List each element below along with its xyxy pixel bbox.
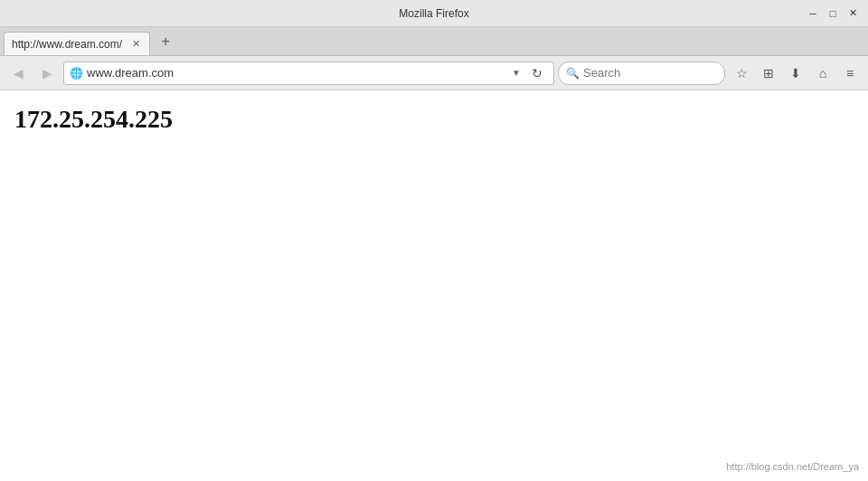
search-input[interactable] bbox=[583, 66, 701, 80]
forward-button[interactable]: ▶ bbox=[34, 61, 60, 86]
nav-bar: ◀ ▶ 🌐 ▼ ↻ 🔍 ☆ ⊞ ⬇ ⌂ ≡ bbox=[0, 56, 868, 90]
address-input[interactable] bbox=[87, 66, 506, 80]
close-button[interactable]: ✕ bbox=[844, 5, 861, 22]
new-tab-button[interactable]: + bbox=[156, 32, 175, 52]
globe-icon: 🌐 bbox=[70, 67, 83, 80]
menu-button[interactable]: ≡ bbox=[837, 61, 863, 86]
watermark: http://blog.csdn.net/Dream_ya bbox=[726, 461, 859, 472]
tab-label: http://www.dream.com/ bbox=[12, 38, 122, 51]
page-content: 172.25.254.225 http://blog.csdn.net/Drea… bbox=[0, 90, 868, 481]
ip-address-text: 172.25.254.225 bbox=[14, 105, 854, 134]
minimize-button[interactable]: ─ bbox=[805, 5, 821, 22]
window-controls: ─ □ ✕ bbox=[805, 5, 861, 22]
nav-right-buttons: ☆ ⊞ ⬇ ⌂ ≡ bbox=[729, 61, 863, 86]
tab-close-button[interactable]: ✕ bbox=[129, 38, 142, 51]
bookmarks-icon: ⊞ bbox=[763, 66, 774, 80]
address-dropdown-button[interactable]: ▼ bbox=[510, 68, 523, 78]
address-bar: 🌐 ▼ ↻ bbox=[63, 61, 554, 85]
bookmark-icon: ☆ bbox=[736, 66, 748, 80]
home-button[interactable]: ⌂ bbox=[810, 61, 835, 86]
forward-icon: ▶ bbox=[42, 66, 52, 80]
tab-bar: http://www.dream.com/ ✕ + bbox=[0, 27, 868, 56]
window-title: Mozilla Firefox bbox=[399, 7, 468, 20]
active-tab[interactable]: http://www.dream.com/ ✕ bbox=[4, 32, 150, 55]
menu-icon: ≡ bbox=[846, 66, 854, 80]
search-bar: 🔍 bbox=[558, 61, 725, 85]
bookmarks-toolbar-button[interactable]: ⊞ bbox=[756, 61, 781, 86]
reload-icon: ↻ bbox=[532, 66, 542, 80]
maximize-button[interactable]: □ bbox=[825, 5, 841, 22]
reload-button[interactable]: ↻ bbox=[526, 62, 548, 84]
back-button[interactable]: ◀ bbox=[5, 61, 31, 86]
home-icon: ⌂ bbox=[819, 66, 826, 80]
download-button[interactable]: ⬇ bbox=[783, 61, 808, 86]
search-icon: 🔍 bbox=[566, 67, 580, 80]
back-icon: ◀ bbox=[14, 66, 24, 80]
title-bar: Mozilla Firefox ─ □ ✕ bbox=[0, 0, 868, 27]
download-icon: ⬇ bbox=[790, 66, 801, 80]
bookmark-button[interactable]: ☆ bbox=[729, 61, 754, 86]
